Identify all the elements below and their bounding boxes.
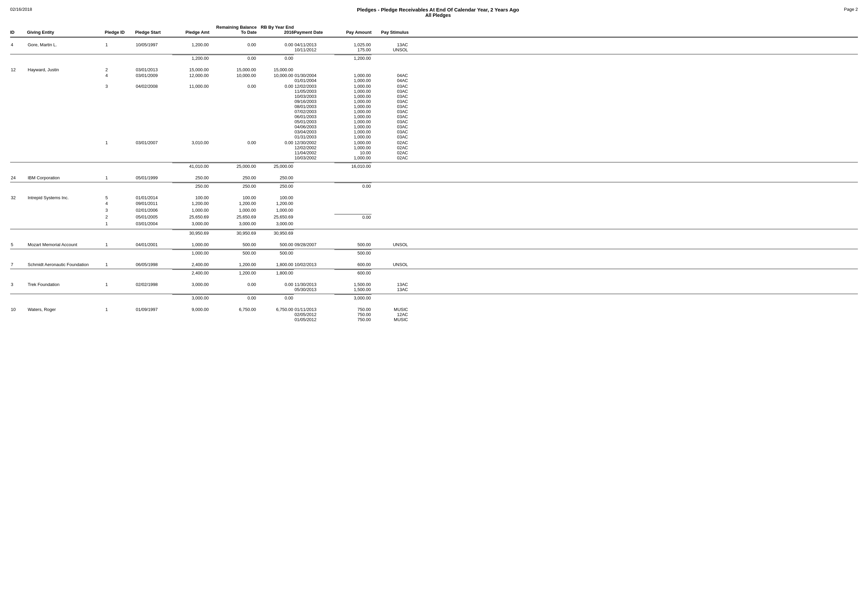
pledge-id: 2 [105,214,135,220]
rb-year-end: 0.00 [257,40,294,47]
pledge-start: 02/02/1998 [135,280,172,287]
pledge-amt: 1,000.00 [172,207,209,213]
pledge-start: 04/02/2008 [135,83,172,89]
subtotal-row: 250.00 250.00 250.00 0.00 [10,182,858,189]
pay-stimuli: 13AC UNSOL [372,40,409,53]
rb-year-end: 100.00 [257,193,294,201]
table-row: 1 03/01/2007 3,010.00 0.00 0.00 12/30/20… [10,140,858,161]
payment-dates: 11/30/2013 05/30/2013 [294,280,334,292]
pledge-amt: 3,000.00 [172,221,209,227]
pay-stimuli: 02AC 02AC 02AC 02AC [372,140,409,161]
pledge-amt: 250.00 [172,173,209,181]
pledge-start: 03/01/2007 [135,140,172,145]
pledge-amt: 3,010.00 [172,140,209,145]
remaining-balance: 1,200.00 [209,201,257,206]
col-giving-entity: Giving Entity [27,30,105,35]
pay-stimuli: MUSIC 12AC MUSIC [372,305,409,322]
entity-waters: 10 Waters, Roger 1 01/09/1997 9,000.00 6… [10,305,858,322]
pledge-id: 1 [105,280,135,287]
rb-year-end: 1,200.00 [257,201,294,206]
pledge-start: 01/01/2014 [135,193,172,201]
entity-gore: 4 Gore, Martin L. 1 10/05/1997 1,200.00 … [10,40,858,65]
entity-name: Gore, Martin L. [27,40,105,47]
subtotal-row: 2,400.00 1,200.00 1,800.00 600.00 [10,269,858,276]
data-section: 4 Gore, Martin L. 1 10/05/1997 1,200.00 … [10,40,858,322]
pledge-amt: 9,000.00 [172,305,209,312]
col-pledge-amt: Pledge Amt [172,30,209,35]
table-row: 32 Intrepid Systems Inc. 5 01/01/2014 10… [10,193,858,201]
col-pledge-id: Pledge ID [105,30,135,35]
pledge-start: 05/01/2005 [135,214,172,220]
rb-year-end: 1,800.00 [257,260,294,267]
table-row: 10 Waters, Roger 1 01/09/1997 9,000.00 6… [10,305,858,322]
pledge-start: 03/01/2013 [135,65,172,73]
pay-stimuli: 03AC 03AC 03AC 03AC 03AC 03AC 03AC 03AC … [372,83,409,140]
page-number: Page 2 [844,7,858,12]
entity-hayward: 12 Hayward, Justin 2 03/01/2013 15,000.0… [10,65,858,173]
pledge-start: 01/09/1997 [135,305,172,312]
remaining-balance: 100.00 [209,193,257,201]
remaining-balance: 6,750.00 [209,305,257,312]
pay-stimuli: 13AC 13AC [372,280,409,292]
remaining-balance: 3,000.00 [209,221,257,227]
col-remaining-balance: Remaining BalanceTo Date [209,24,257,35]
pledge-amt: 1,200.00 [172,201,209,206]
table-row: 24 IBM Corporation 1 05/01/1999 250.00 2… [10,173,858,181]
pledge-id: 1 [105,260,135,267]
remaining-balance: 0.00 [209,40,257,47]
pledge-id: 3 [105,83,135,89]
pledge-start: 05/01/1999 [135,173,172,181]
payment-dates: 01/30/2004 01/01/2004 [294,73,334,83]
table-row: 7 Schmidt Aeronautic Foundation 1 06/05/… [10,260,858,267]
table-row: 1 03/01/2004 3,000.00 3,000.00 3,000.00 [10,221,858,227]
report-title-main: Pledges - Pledge Receivables At End Of C… [357,7,519,12]
pledge-amt: 1,000.00 [172,240,209,247]
pledge-amt: 11,000.00 [172,83,209,89]
table-row: 5 Mozart Memorial Account 1 04/01/2001 1… [10,240,858,247]
column-headers: ID Giving Entity Pledge ID Pledge Start … [10,24,858,38]
pay-amounts: 600.00 [334,260,372,267]
pledge-start: 04/01/2001 [135,240,172,247]
col-payment-date: Payment Date [294,30,334,35]
pay-amounts: 1,000.00 1,000.00 [334,73,372,83]
rb-year-end: 25,650.69 [257,214,294,220]
entity-name: Hayward, Justin [27,65,105,73]
table-row: 2 05/01/2005 25,650.69 25,650.69 25,650.… [10,214,858,221]
payment-dates: 12/30/2002 12/02/2002 11/04/2002 10/03/2… [294,140,334,161]
subtotal-row: 3,000.00 0.00 0.00 3,000.00 [10,294,858,301]
pledge-id: 5 [105,193,135,201]
col-rb-year-end: RB By Year End2016 [257,24,294,35]
entity-name: Mozart Memorial Account [27,240,105,247]
report-date: 02/16/2018 [10,7,32,12]
rb-year-end: 1,000.00 [257,207,294,213]
pay-stimuli: 04AC 04AC [372,73,409,83]
remaining-balance: 15,000.00 [209,65,257,73]
pledge-amt: 15,000.00 [172,65,209,73]
remaining-balance: 250.00 [209,173,257,181]
entity-id: 3 [10,280,27,287]
rb-year-end: 500.00 [257,240,294,247]
pledge-id: 1 [105,305,135,312]
table-row: 3 Trek Foundation 1 02/02/1998 3,000.00 … [10,280,858,292]
col-pay-stimulus: Pay Stimulus [372,30,409,35]
pay-amounts: 1,025.00 175.00 [334,40,372,53]
pledge-amt: 2,400.00 [172,260,209,267]
pledge-id: 1 [105,221,135,227]
subtotal-row: 30,950.69 30,950.69 30,950.69 [10,229,858,236]
entity-mozart: 5 Mozart Memorial Account 1 04/01/2001 1… [10,240,858,260]
rb-year-end: 0.00 [257,280,294,287]
pledge-id: 3 [105,207,135,213]
table-row: 12 Hayward, Justin 2 03/01/2013 15,000.0… [10,65,858,73]
pay-stimuli: UNSOL [372,240,409,247]
entity-id: 5 [10,240,27,247]
payment-dates: 01/11/2013 02/05/2012 01/05/2012 [294,305,334,322]
subtotal-row: 1,000.00 500.00 500.00 500.00 [10,249,858,256]
pay-amounts: 1,000.00 1,000.00 1,000.00 1,000.00 1,00… [334,83,372,140]
remaining-balance: 0.00 [209,83,257,89]
pledge-amt: 3,000.00 [172,280,209,287]
pay-amounts: 1,000.00 1,000.00 10.00 1,000.00 [334,140,372,161]
rb-year-end: 10,000.00 [257,73,294,78]
col-pledge-start: Pledge Start [135,30,172,35]
pay-amounts: 750.00 750.00 750.00 [334,305,372,322]
rb-year-end: 3,000.00 [257,221,294,227]
